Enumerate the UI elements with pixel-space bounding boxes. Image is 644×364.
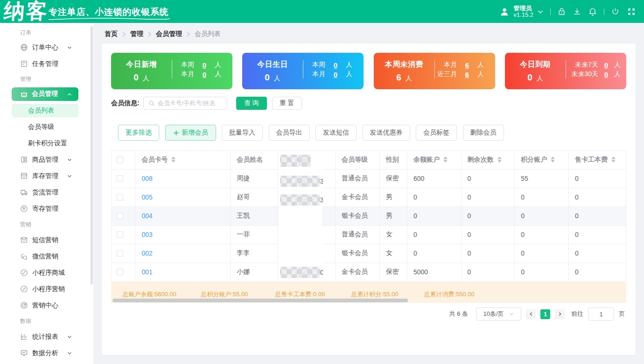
svg-text:寄: 寄 bbox=[22, 207, 26, 211]
